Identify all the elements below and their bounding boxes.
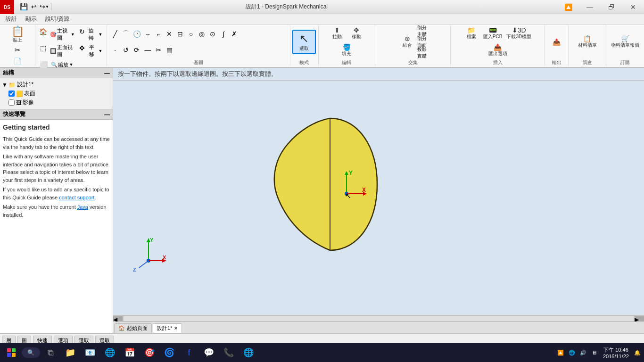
save-button[interactable]: 💾 — [19, 2, 28, 11]
contact-support-link[interactable]: contact support — [59, 195, 94, 200]
windows-logo — [7, 348, 16, 357]
combine-button[interactable]: ⊕ 結合 — [398, 34, 417, 49]
menu-design[interactable]: 設計 — [2, 14, 21, 24]
viewport-scrollbar-h[interactable]: ◀ ▶ — [113, 315, 644, 321]
action-center-icon[interactable]: 🔔 — [633, 348, 642, 357]
tree-item-surface[interactable]: 🟨 表面 — [2, 89, 111, 98]
close-button[interactable]: ✕ — [622, 0, 644, 14]
image-checkbox[interactable] — [8, 99, 15, 106]
bom-button[interactable]: 📋 材料清單 — [576, 34, 599, 49]
taskbar-clock[interactable]: 下午 10:46 2016/11/22 — [601, 345, 631, 361]
taskbar-app-skype[interactable]: 📞 — [219, 343, 238, 362]
refresh-btn[interactable]: ⟳ — [132, 45, 142, 55]
cut-button[interactable]: ✂ — [12, 45, 23, 55]
quote-button[interactable]: 🛒 物料清單報價 — [609, 34, 641, 49]
cut-copy-group: ✂ 📄 — [12, 45, 23, 66]
tab-design1[interactable]: 設計1* ✕ — [153, 323, 182, 333]
scroll-left-btn[interactable]: ◀ — [113, 316, 123, 321]
tab-design1-close[interactable]: ✕ — [174, 326, 178, 331]
survey-label: 調查 — [583, 59, 592, 66]
menu-display[interactable]: 顯示 — [22, 14, 41, 24]
fill-button[interactable]: 🪣 填充 — [337, 43, 356, 58]
move-button[interactable]: ✥ 移動 — [347, 26, 366, 41]
structure-minimize[interactable]: — — [104, 70, 110, 76]
pan-icon-btn[interactable]: ✥ — [77, 43, 87, 53]
undo-button[interactable]: ↩ — [29, 2, 39, 11]
taskbar-app-explorer[interactable]: 📁 — [61, 343, 80, 362]
taskbar-app-app1[interactable]: 🎯 — [140, 343, 159, 362]
output-button[interactable]: 📤 — [547, 38, 566, 46]
notif-screen-icon[interactable]: 🖥 — [590, 348, 599, 357]
project-button[interactable]: 投影實體 — [417, 48, 428, 58]
taskbar-app-fb[interactable]: f — [180, 343, 198, 362]
window-notify-up[interactable]: 🔼 — [557, 0, 579, 14]
export-options-button[interactable]: 📤 匯出選項 — [487, 43, 509, 58]
x2-btn[interactable]: ✗ — [229, 29, 239, 39]
trim-btn[interactable]: ✂ — [153, 45, 164, 55]
file-icon: 📁 — [467, 27, 475, 33]
notif-network-icon[interactable]: 🌐 — [567, 348, 577, 357]
canvas-area[interactable]: Y X ↖ Z Y — [113, 81, 644, 315]
rotate-icon-btn[interactable]: ↻ — [77, 26, 87, 37]
tab-startpage-label: 起始頁面 — [127, 325, 148, 332]
start-button[interactable] — [2, 343, 21, 362]
java-link[interactable]: Java — [77, 204, 88, 210]
redo-dropdown[interactable]: ↪▼ — [40, 2, 49, 11]
combine-icon: ⊕ — [405, 35, 410, 42]
zoom-arrow: ▼ — [69, 62, 73, 67]
quick-guide-minimize[interactable]: — — [104, 111, 110, 118]
taskbar-search[interactable]: 🔍 — [22, 347, 40, 358]
copy-button[interactable]: 📄 — [12, 56, 23, 66]
fill2-btn[interactable]: ▦ — [164, 45, 174, 55]
taskbar-app-ie[interactable]: 🌐 — [100, 343, 119, 362]
import-pcb-button[interactable]: 📟 匯入PCB — [481, 26, 504, 41]
x-btn[interactable]: ✕ — [164, 29, 174, 39]
clock-btn[interactable]: 🕐 — [132, 29, 142, 39]
corner-btn[interactable]: ⌐ — [153, 29, 164, 39]
parallel-btn[interactable]: ⊟ — [175, 29, 185, 39]
front-view-button[interactable]: 🔲 正面視圖 — [49, 43, 76, 59]
curve-btn[interactable]: ∫ — [218, 29, 229, 39]
arc1-btn[interactable]: ⌒ — [121, 29, 131, 39]
taskbar-app-line[interactable]: 💬 — [199, 343, 218, 362]
main-view-button[interactable]: 🎯 主視圖 ▼ — [49, 26, 76, 42]
file-button[interactable]: 📁 檔案 — [462, 26, 481, 41]
menu-help[interactable]: 說明/資源 — [41, 14, 73, 24]
pan-button[interactable]: 平移 ▼ — [88, 43, 104, 59]
surface-checkbox[interactable] — [8, 90, 15, 97]
scroll-track-h[interactable] — [124, 316, 634, 321]
paste-button[interactable]: 📋 貼上 — [6, 25, 29, 44]
split-solid-button[interactable]: 剖分主體 — [417, 26, 428, 36]
taskbar-app-edge[interactable]: 🌐 — [239, 343, 258, 362]
notif-sound-icon[interactable]: 🔊 — [578, 348, 588, 357]
taskbar-app-calendar[interactable]: 📅 — [120, 343, 139, 362]
ellipse-btn[interactable]: ⊙ — [207, 29, 218, 39]
front-view-home[interactable]: ⬚ — [38, 43, 48, 53]
scroll-right-btn[interactable]: ▶ — [635, 316, 644, 321]
rotate2-btn[interactable]: ↺ — [121, 45, 131, 55]
circle2-btn[interactable]: ◎ — [197, 29, 207, 39]
tab-startpage[interactable]: 🏠 起始頁面 — [114, 323, 152, 333]
minimize-button[interactable]: — — [579, 0, 601, 14]
line-btn[interactable]: ╱ — [110, 29, 120, 39]
chrome-icon: 🌀 — [164, 347, 174, 358]
dash-btn[interactable]: — — [142, 45, 153, 55]
circle-btn[interactable]: ○ — [186, 29, 196, 39]
rotate-button[interactable]: 旋轉 ▼ — [87, 26, 104, 42]
notif-up-icon[interactable]: 🔼 — [556, 348, 565, 357]
split-face-button[interactable]: 剖分面面 — [417, 37, 428, 47]
pull-button[interactable]: ⬆ 拉動 — [328, 26, 347, 41]
tree-item-image[interactable]: 🖼 影像 — [2, 98, 111, 107]
download-3d-button[interactable]: ⬇3D 下載3D模型 — [504, 26, 533, 41]
taskbar-app-chrome[interactable]: 🌀 — [160, 343, 179, 362]
home-view-button[interactable]: 🏠 — [38, 26, 48, 37]
maximize-button[interactable]: 🗗 — [601, 0, 622, 14]
select-mode-button[interactable]: ↖ 選取 — [292, 30, 316, 54]
taskbar-app-mail[interactable]: 📧 — [81, 343, 99, 362]
taskbar-task-view[interactable]: ⧉ — [41, 343, 60, 362]
tree-item-design[interactable]: ▼ 📁 設計1* — [2, 80, 111, 89]
left-panel: 結構 — ▼ 📁 設計1* 🟨 表面 🖼 — [0, 68, 113, 333]
surface-icon: 🟨 — [16, 90, 23, 97]
arc2-btn[interactable]: ⌣ — [142, 29, 153, 39]
dot-btn[interactable]: · — [110, 45, 120, 55]
